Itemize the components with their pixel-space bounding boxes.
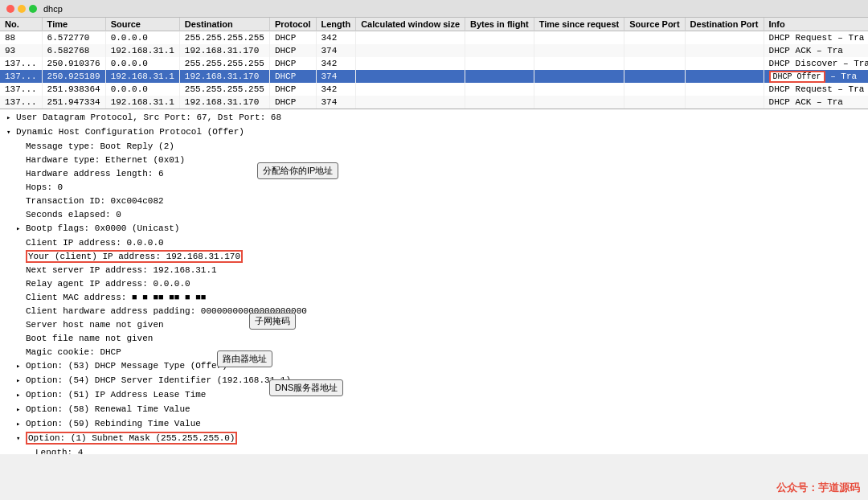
col-dst-port: Destination Port (685, 18, 764, 31)
titlebar: dhcp (0, 0, 868, 18)
detail-line: Relay agent IP address: 0.0.0.0 (0, 277, 868, 291)
col-protocol: Protocol (269, 18, 316, 31)
detail-container: ▸ User Datagram Protocol, Src Port: 67, … (0, 109, 868, 454)
expand-arrow-icon[interactable]: ▸ (16, 390, 26, 402)
detail-line: ▸ Option: (59) Rebinding Time Value (0, 417, 868, 432)
detail-line: Hops: 0 (0, 181, 868, 195)
detail-line: Length: 4 (0, 446, 868, 454)
highlighted-field: Option: (1) Subnet Mask (255.255.255.0) (26, 432, 237, 445)
col-info: Info (764, 18, 868, 31)
expand-arrow-icon[interactable]: ▾ (16, 433, 26, 445)
detail-line: ▸ User Datagram Protocol, Src Port: 67, … (0, 111, 868, 125)
col-calc-window: Calculated window size (356, 18, 465, 31)
dhcp-offer-badge: DHCP Offer (769, 71, 825, 83)
table-row[interactable]: 137...251.9383640.0.0.0255.255.255.255DH… (0, 83, 868, 96)
highlighted-field: Your (client) IP address: 192.168.31.170 (26, 250, 243, 263)
col-source: Source (105, 18, 179, 31)
detail-line: Client hardware address padding: 0000000… (0, 305, 868, 318)
table-row[interactable]: 137...250.925189192.168.31.1192.168.31.1… (0, 70, 868, 83)
col-src-port: Source Port (624, 18, 685, 31)
detail-line: Hardware type: Ethernet (0x01) (0, 154, 868, 167)
detail-line: Message type: Boot Reply (2) (0, 140, 868, 154)
expand-arrow-icon[interactable]: ▸ (16, 404, 26, 416)
detail-line: Next server IP address: 192.168.31.1 (0, 264, 868, 277)
expand-arrow-icon[interactable]: ▾ (6, 127, 16, 139)
col-no: No. (0, 18, 42, 31)
dns-annotation: DNS服务器地址 (269, 379, 343, 396)
expand-arrow-icon[interactable]: ▸ (16, 361, 26, 373)
detail-line: ▸ Option: (53) DHCP Message Type (Offer) (0, 359, 868, 374)
col-time-since: Time since request (534, 18, 624, 31)
detail-panel: ▸ User Datagram Protocol, Src Port: 67, … (0, 109, 868, 454)
detail-line: Your (client) IP address: 192.168.31.170 (0, 250, 868, 264)
title: dhcp (43, 4, 63, 14)
detail-line: Client MAC address: ■ ■ ■■ ■■ ■ ■■ (0, 291, 868, 305)
detail-line: ▸ Option: (58) Renewal Time Value (0, 403, 868, 417)
packet-list-table: No. Time Source Destination Protocol Len… (0, 18, 868, 109)
table-row[interactable]: 886.5727700.0.0.0255.255.255.255DHCP342D… (0, 31, 868, 44)
col-time: Time (42, 18, 105, 31)
column-headers: No. Time Source Destination Protocol Len… (0, 18, 868, 31)
expand-arrow-icon[interactable]: ▸ (16, 419, 26, 431)
detail-line: Client IP address: 0.0.0.0 (0, 236, 868, 250)
detail-line: ▸ Option: (51) IP Address Lease Time (0, 388, 868, 403)
detail-line: ▾ Dynamic Host Configuration Protocol (O… (0, 125, 868, 140)
detail-line: ▸ Bootp flags: 0x0000 (Unicast) (0, 222, 868, 236)
detail-line: Magic cookie: DHCP (0, 346, 868, 359)
table-row[interactable]: 936.582768192.168.31.1192.168.31.170DHCP… (0, 44, 868, 57)
detail-line: Transaction ID: 0xc004c082 (0, 195, 868, 208)
expand-arrow-icon[interactable]: ▸ (16, 223, 26, 236)
expand-arrow-icon[interactable]: ▸ (16, 375, 26, 387)
col-destination: Destination (179, 18, 269, 31)
detail-line: Boot file name not given (0, 332, 868, 346)
subnet-annotation: 子网掩码 (249, 313, 296, 330)
table-row[interactable]: 137...251.947334192.168.31.1192.168.31.1… (0, 96, 868, 109)
window-controls (6, 5, 37, 13)
packet-list-container: No. Time Source Destination Protocol Len… (0, 18, 868, 109)
ip-annotation: 分配给你的IP地址 (257, 162, 338, 179)
col-length: Length (316, 18, 356, 31)
router-annotation: 路由器地址 (217, 350, 272, 367)
detail-line: Server host name not given (0, 318, 868, 332)
watermark: 公众号：芋道源码 (776, 481, 860, 495)
col-bytes-inflight: Bytes in flight (465, 18, 534, 31)
detail-line: ▾ Option: (1) Subnet Mask (255.255.255.0… (0, 432, 868, 446)
expand-arrow-icon[interactable]: ▸ (6, 113, 16, 125)
table-row[interactable]: 137...250.9103760.0.0.0255.255.255.255DH… (0, 57, 868, 70)
detail-line: Seconds elapsed: 0 (0, 208, 868, 222)
detail-line: Hardware address length: 6 (0, 167, 868, 181)
detail-line: ▸ Option: (54) DHCP Server Identifier (1… (0, 374, 868, 388)
